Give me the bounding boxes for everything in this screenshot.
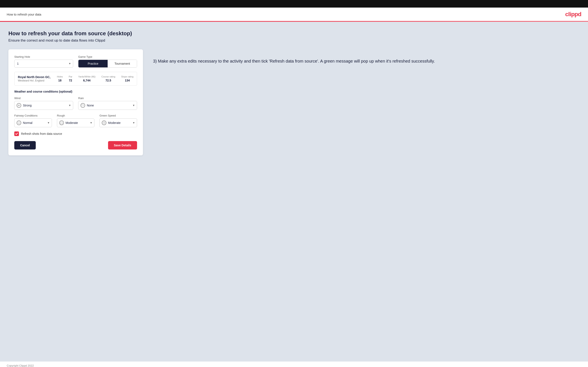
course-table: Royal North Devon GC, Westward Ho!, Engl… bbox=[14, 72, 137, 86]
header: How to refresh your data clippd bbox=[0, 8, 588, 21]
content-layout: Starting Hole 1 ▼ Game Type Practice Tou… bbox=[9, 49, 579, 155]
stat-slope-rating: Slope rating 134 bbox=[121, 75, 133, 82]
practice-button[interactable]: Practice bbox=[78, 60, 108, 67]
stat-yards: Yards/White (M)) 6,744 bbox=[78, 75, 95, 82]
rough-group: Rough Moderate ▼ bbox=[57, 114, 95, 127]
yards-label: Yards/White (M)) bbox=[78, 75, 95, 78]
green-speed-wrapper: Moderate ▼ bbox=[99, 118, 137, 127]
save-button[interactable]: Save Details bbox=[108, 141, 137, 150]
rain-select[interactable]: None bbox=[78, 101, 137, 110]
footer: Copyright Clippd 2022 bbox=[0, 362, 588, 367]
green-speed-icon bbox=[102, 121, 106, 125]
page-heading: How to refresh your data from source (de… bbox=[9, 30, 579, 37]
course-info: Royal North Devon GC, Westward Ho!, Engl… bbox=[18, 75, 133, 82]
course-rating-label: Course rating bbox=[101, 75, 115, 78]
rain-icon bbox=[80, 103, 85, 108]
green-speed-group: Green Speed Moderate ▼ bbox=[99, 114, 137, 127]
par-value: 72 bbox=[69, 79, 72, 82]
rough-value: Moderate bbox=[66, 121, 78, 125]
game-type-toggle: Practice Tournament bbox=[78, 60, 137, 68]
stat-course-rating: Course rating 72.5 bbox=[101, 75, 115, 82]
fairway-label: Fairway Conditions bbox=[14, 114, 52, 117]
holes-label: Holes bbox=[57, 75, 63, 78]
rough-wrapper: Moderate ▼ bbox=[57, 118, 95, 127]
fairway-value: Normal bbox=[23, 121, 32, 125]
copyright: Copyright Clippd 2022 bbox=[7, 364, 34, 367]
wind-icon bbox=[17, 103, 21, 108]
svg-point-6 bbox=[18, 122, 20, 124]
conditions-title: Weather and course conditions (optional) bbox=[14, 90, 137, 93]
holes-value: 18 bbox=[57, 79, 63, 82]
rough-select[interactable]: Moderate bbox=[57, 118, 95, 127]
top-bar bbox=[0, 0, 588, 8]
starting-hole-wrapper: 1 ▼ bbox=[14, 60, 73, 68]
rain-wrapper: None ▼ bbox=[78, 101, 137, 110]
green-speed-value: Moderate bbox=[108, 121, 121, 125]
fairway-select[interactable]: Normal bbox=[14, 118, 52, 127]
buttons-row: Cancel Save Details bbox=[14, 141, 137, 150]
green-speed-select[interactable]: Moderate bbox=[99, 118, 137, 127]
wind-group: Wind Strong ▼ bbox=[14, 97, 73, 110]
course-name: Royal North Devon GC, bbox=[18, 75, 51, 79]
side-text: 3) Make any extra edits necessary to the… bbox=[153, 49, 579, 65]
form-row-top: Starting Hole 1 ▼ Game Type Practice Tou… bbox=[14, 55, 137, 68]
main-content: How to refresh your data from source (de… bbox=[0, 22, 588, 362]
header-title: How to refresh your data bbox=[7, 13, 41, 16]
fairway-icon bbox=[17, 121, 21, 125]
refresh-label: Refresh shots from data source bbox=[21, 132, 62, 135]
page-subheading: Ensure the correct and most up to date d… bbox=[9, 38, 579, 43]
refresh-checkbox[interactable] bbox=[14, 131, 19, 136]
rough-icon bbox=[59, 121, 64, 125]
cancel-button[interactable]: Cancel bbox=[14, 141, 36, 150]
yards-value: 6,744 bbox=[78, 79, 95, 82]
fairway-wrapper: Normal ▼ bbox=[14, 118, 52, 127]
stat-par: Par 72 bbox=[69, 75, 72, 82]
rough-label: Rough bbox=[57, 114, 95, 117]
wind-select[interactable]: Strong bbox=[14, 101, 73, 110]
form-row-weather: Wind Strong ▼ R bbox=[14, 97, 137, 110]
course-details: Royal North Devon GC, Westward Ho!, Engl… bbox=[18, 75, 51, 82]
starting-hole-select[interactable]: 1 bbox=[14, 60, 73, 68]
game-type-label: Game Type bbox=[78, 55, 137, 58]
par-label: Par bbox=[69, 75, 72, 78]
wind-value: Strong bbox=[23, 104, 32, 107]
tournament-button[interactable]: Tournament bbox=[108, 60, 137, 67]
stat-holes: Holes 18 bbox=[57, 75, 63, 82]
refresh-checkbox-row: Refresh shots from data source bbox=[14, 131, 137, 136]
form-row-conditions: Fairway Conditions Nor bbox=[14, 114, 137, 127]
rain-label: Rain bbox=[78, 97, 137, 100]
wind-label: Wind bbox=[14, 97, 73, 100]
course-location: Westward Ho!, England bbox=[18, 79, 51, 82]
form-panel: Starting Hole 1 ▼ Game Type Practice Tou… bbox=[9, 49, 143, 155]
course-rating-value: 72.5 bbox=[101, 79, 115, 82]
side-text-paragraph: 3) Make any extra edits necessary to the… bbox=[153, 58, 579, 65]
green-speed-label: Green Speed bbox=[99, 114, 137, 117]
wind-wrapper: Strong ▼ bbox=[14, 101, 73, 110]
rain-value: None bbox=[87, 104, 94, 107]
starting-hole-label: Starting Hole bbox=[14, 55, 73, 58]
course-stats: Holes 18 Par 72 Yards/White (M)) 6,744 bbox=[57, 75, 133, 82]
game-type-group: Game Type Practice Tournament bbox=[78, 55, 137, 68]
rain-group: Rain None bbox=[78, 97, 137, 110]
slope-rating-label: Slope rating bbox=[121, 75, 133, 78]
starting-hole-group: Starting Hole 1 ▼ bbox=[14, 55, 73, 68]
fairway-group: Fairway Conditions Nor bbox=[14, 114, 52, 127]
slope-rating-value: 134 bbox=[121, 79, 133, 82]
logo: clippd bbox=[565, 11, 581, 18]
